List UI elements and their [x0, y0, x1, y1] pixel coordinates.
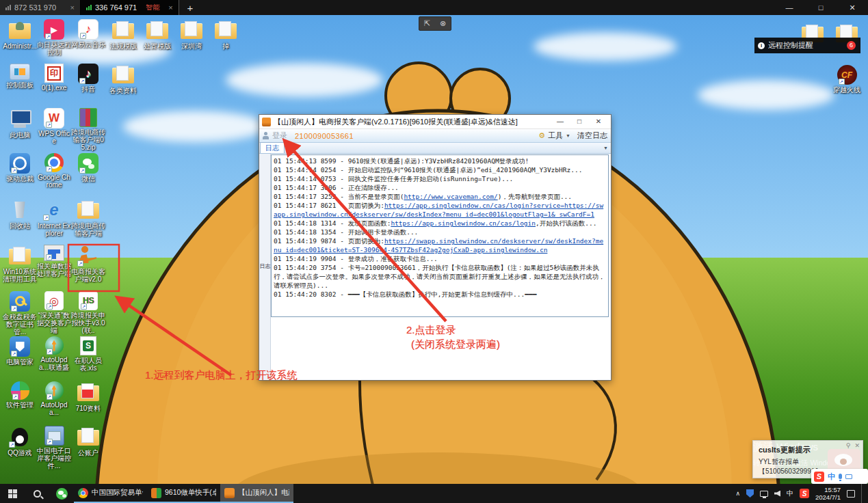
clock-date: 2024/7/1	[815, 493, 841, 501]
desktop-icon[interactable]: Win10系统清理用工具	[3, 245, 37, 283]
desktop-icon[interactable]: ↗金税盘税务数字证书管...	[3, 291, 37, 336]
desktop-icon-label: 报关单数据处理客户端	[37, 262, 71, 277]
desktop-icon[interactable]: ♪↗网易云音乐	[71, 19, 105, 49]
desktop-icon[interactable]: CF↗穿越火线	[830, 65, 864, 94]
desktop-icon-label: 驱动总裁	[3, 175, 37, 182]
desktop-icon[interactable]: 710资料	[71, 381, 105, 412]
desktop-icon[interactable]: 掉	[209, 19, 243, 50]
remote-float-toolbar[interactable]: ⇱ ⊗	[419, 16, 451, 31]
tab-close-icon[interactable]: ×	[163, 3, 172, 12]
window-minimize-button[interactable]: —	[551, 115, 570, 128]
network-icon[interactable]	[760, 491, 768, 497]
security-shield-icon[interactable]	[746, 489, 754, 498]
side-panel-strip[interactable]: 日志	[259, 154, 271, 379]
desktop-icon[interactable]: 控制面板	[3, 64, 37, 89]
clock-time: 15:57	[824, 486, 841, 493]
desktop-icon[interactable]: ↗AutoUpda...	[37, 381, 71, 416]
desktop-icon[interactable]: ↗QQ游戏	[3, 426, 37, 457]
login-button[interactable]: 登录	[272, 131, 287, 141]
desktop-icon[interactable]: ↗中国电子口岸客户端控件...	[37, 426, 71, 470]
desktop-icon[interactable]: ↗报关单数据处理客户端	[37, 245, 71, 277]
tools-menu-button[interactable]: 工具	[548, 131, 563, 141]
log-line: 01 15:44:20 8302 - ━━━【卡信息获取函数】执行中,开始更新卡…	[274, 290, 606, 299]
close-button[interactable]: ✕	[837, 0, 868, 15]
minimize-button[interactable]: —	[774, 0, 805, 15]
desktop-icon[interactable]: W↗WPS Office	[37, 108, 71, 145]
clover-icon: ↗	[11, 381, 29, 400]
desktop-icon[interactable]: 跨境电商传输客户端	[71, 199, 105, 237]
disconnect-icon[interactable]: ⊗	[440, 19, 446, 28]
tab-log[interactable]: 日志	[260, 142, 285, 153]
remote-control-notice[interactable]: i 远程控制提醒 6	[754, 38, 860, 53]
taskbar-button[interactable]: 9610做单快手(卓...	[147, 484, 220, 503]
log-line: 01 15:44:13 8599 - 9610报关(联通盛|卓远):Y3VzbH…	[274, 157, 606, 165]
input-mode-chinese[interactable]: 中	[828, 472, 835, 482]
desktop-icon[interactable]: ↗电商报关客户端v2.0	[71, 245, 105, 283]
desktop-icon[interactable]: 印0(1).exe	[37, 64, 71, 92]
microphone-icon[interactable]	[839, 474, 842, 479]
search-button[interactable]	[25, 484, 49, 503]
desktop-icon[interactable]: 处置模版	[140, 19, 174, 50]
log-output-area[interactable]: 01 15:44:13 8599 - 9610报关(联通盛|卓远):Y3VzbH…	[271, 154, 609, 317]
tray-expand-chevron[interactable]: ∧	[735, 490, 740, 497]
sogou-input-bar[interactable]: S 中	[811, 469, 868, 484]
desktop-icon[interactable]: S在职人员表.xls	[71, 336, 105, 372]
remote-session-tab[interactable]: 872 531 970×	[0, 0, 81, 15]
taskbar-clock[interactable]: 15:57 2024/7/1	[815, 486, 841, 501]
sogou-tray-icon[interactable]: S	[800, 489, 809, 498]
desktop-icon[interactable]: HS↗跨境报关申报快手v3.0(联..	[71, 291, 105, 334]
keyboard-icon[interactable]	[845, 474, 852, 479]
desktop-icon[interactable]: 跨境电商传输客户端05.zip	[71, 108, 105, 151]
log-link[interactable]: http://www.vcaveman.com/	[404, 193, 497, 200]
remote-session-tab[interactable]: 336 764 971智能×	[81, 0, 179, 15]
desktop-icon[interactable]: 各类资料	[106, 64, 140, 94]
desktop-icon[interactable]: ↗Google Chrome	[37, 153, 71, 189]
desktop-icon-label: 深圳湾	[174, 42, 209, 50]
taskbar-button[interactable]: 【山顶闲人】电商...	[220, 484, 293, 503]
desktop-icon[interactable]: ↗微信	[71, 153, 105, 182]
window-title-bar[interactable]: 【山顶闲人】电商报关客户端(v2.0.1716)[9610报关(联通盛|卓远)&…	[259, 115, 611, 129]
desktop-icon-label: 公账户	[71, 449, 105, 457]
desktop-icon[interactable]: 法规模版	[106, 19, 140, 50]
collapse-icon[interactable]: ⇱	[424, 19, 430, 28]
sogou-logo-icon[interactable]: S	[814, 472, 824, 482]
log-line: 01 15:44:14 0753 - 回执文件监控任务任务开始启动(isRunn…	[274, 174, 606, 183]
seal-icon: 印	[44, 64, 64, 83]
window-close-button[interactable]: ✕	[589, 115, 608, 128]
chevron-down-icon[interactable]: ▼	[603, 144, 608, 153]
desktop-icon[interactable]: ♪↗抖音	[71, 64, 105, 93]
desktop-icon[interactable]: ◎↗“深关通”数据交换客户端	[37, 291, 71, 334]
maximize-button[interactable]: □	[805, 0, 837, 15]
taskbar-button[interactable]: 中国国际贸易单一—...	[74, 484, 147, 503]
action-center-icon[interactable]	[847, 490, 855, 498]
taskbar-button-label: 中国国际贸易单一—...	[92, 488, 143, 498]
window-maximize-button[interactable]: □	[570, 115, 589, 128]
desktop-icon[interactable]: 此电脑	[3, 108, 37, 139]
desktop-icon[interactable]: e↗Internet Explorer	[37, 199, 71, 237]
desktop-icon[interactable]: 深圳湾	[174, 19, 209, 50]
desktop-icon[interactable]: ▶↗向日葵远程控制	[37, 19, 71, 56]
icon-glyph: ♪	[86, 23, 92, 36]
desktop-icon[interactable]: ↗电脑管家	[3, 336, 37, 366]
taskbar-wechat-button[interactable]	[49, 484, 74, 503]
show-desktop-button[interactable]	[861, 484, 864, 503]
desktop-icon[interactable]: ↗驱动总裁	[3, 153, 37, 182]
desktop-icon[interactable]: 回收站	[3, 199, 37, 230]
desktop-icon[interactable]: 公账户	[71, 426, 105, 457]
toast-close-icon[interactable]: ✕	[854, 442, 860, 449]
log-lines: 01 15:44:13 8599 - 9610报关(联通盛|卓远):Y3VzbH…	[274, 157, 606, 299]
desktop-icon[interactable]: ↗AutoUpda...联通盛	[37, 336, 71, 371]
desktop-icon[interactable]: Administr...	[3, 19, 37, 50]
log-link[interactable]: https://app.singlewindow.cn/cas/login	[391, 219, 536, 227]
annotation-step1: 1.远程到客户电脑上，打开该系统	[145, 369, 298, 382]
tab-close-icon[interactable]: ×	[65, 3, 75, 12]
start-button[interactable]	[0, 484, 25, 503]
new-tab-button[interactable]: +	[179, 2, 202, 14]
cf-icon: CF↗	[837, 65, 857, 85]
ime-indicator[interactable]: 中	[787, 489, 793, 498]
globe-icon: ↗	[45, 381, 64, 400]
clear-log-button[interactable]: 清空日志	[577, 131, 607, 141]
desktop-icon[interactable]: ↗软件管理	[3, 381, 37, 409]
pin-icon[interactable]: ⚲	[846, 442, 851, 449]
volume-icon[interactable]	[774, 491, 780, 497]
